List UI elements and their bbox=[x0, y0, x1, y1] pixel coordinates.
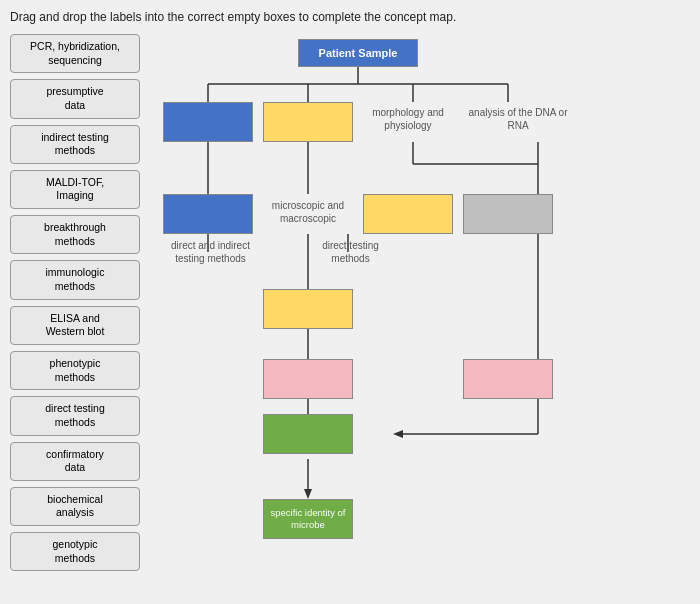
label-biochemical[interactable]: biochemicalanalysis bbox=[10, 487, 140, 526]
drop-box-9[interactable] bbox=[263, 414, 353, 454]
label-genotypic[interactable]: genotypicmethods bbox=[10, 532, 140, 571]
label-confirmatory[interactable]: confirmatorydata bbox=[10, 442, 140, 481]
drop-box-4[interactable] bbox=[363, 194, 453, 234]
drop-box-7[interactable] bbox=[263, 359, 353, 399]
label-elisa[interactable]: ELISA andWestern blot bbox=[10, 306, 140, 345]
microscopic-label: microscopic and macroscopic bbox=[263, 199, 353, 225]
drop-box-6[interactable] bbox=[263, 289, 353, 329]
label-pcr[interactable]: PCR, hybridization, sequencing bbox=[10, 34, 140, 73]
label-breakthrough[interactable]: breakthroughmethods bbox=[10, 215, 140, 254]
direct-testing-label: direct testing methods bbox=[303, 239, 398, 265]
labels-panel: PCR, hybridization, sequencing presumpti… bbox=[10, 34, 140, 574]
morphology-label: morphology and physiology bbox=[363, 106, 453, 132]
svg-marker-21 bbox=[304, 489, 312, 499]
label-indirect[interactable]: indirect testingmethods bbox=[10, 125, 140, 164]
drop-box-8[interactable] bbox=[463, 359, 553, 399]
label-phenotypic[interactable]: phenotypicmethods bbox=[10, 351, 140, 390]
label-immunologic[interactable]: immunologicmethods bbox=[10, 260, 140, 299]
specific-identity-box: specific identity of microbe bbox=[263, 499, 353, 539]
svg-marker-16 bbox=[393, 430, 403, 438]
label-maldi[interactable]: MALDI-TOF,Imaging bbox=[10, 170, 140, 209]
drop-box-2[interactable] bbox=[263, 102, 353, 142]
label-direct-testing[interactable]: direct testingmethods bbox=[10, 396, 140, 435]
drop-box-5[interactable] bbox=[463, 194, 553, 234]
drop-box-1[interactable] bbox=[163, 102, 253, 142]
instruction-text: Drag and drop the labels into the correc… bbox=[10, 10, 690, 24]
concept-map: Patient Sample morphology and physiology… bbox=[148, 34, 588, 574]
patient-sample-box: Patient Sample bbox=[298, 39, 418, 67]
label-presumptive[interactable]: presumptivedata bbox=[10, 79, 140, 118]
drop-box-3[interactable] bbox=[163, 194, 253, 234]
analysis-dna-label: analysis of the DNA or RNA bbox=[463, 106, 573, 132]
direct-indirect-label: direct and indirect testing methods bbox=[163, 239, 258, 265]
